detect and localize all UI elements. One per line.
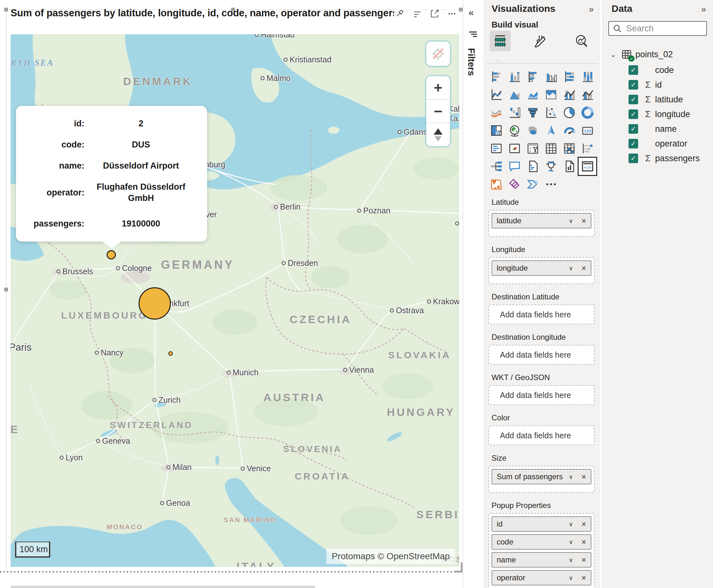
power-apps-icon[interactable] — [505, 175, 524, 193]
well-dropzone[interactable]: Add data fields here — [488, 425, 595, 445]
remove-field-icon[interactable]: × — [582, 519, 586, 529]
funnel-chart-icon[interactable] — [524, 104, 542, 122]
line-stacked-column-chart-icon[interactable] — [560, 86, 578, 104]
pin-icon[interactable] — [394, 8, 406, 20]
field-checkbox[interactable]: ✓ — [629, 153, 638, 163]
chevron-down-icon[interactable]: ∨ — [569, 539, 573, 545]
card-icon[interactable]: 123 — [578, 122, 596, 140]
slicer-icon[interactable] — [524, 140, 542, 158]
kpi-icon[interactable] — [505, 140, 524, 158]
clustered-bar-chart-icon[interactable] — [524, 68, 542, 86]
remove-field-icon[interactable]: × — [582, 537, 586, 547]
field-checkbox[interactable]: ✓ — [629, 124, 638, 134]
zoom-in-button[interactable]: + — [426, 76, 450, 99]
scatter-chart-icon[interactable] — [542, 104, 560, 122]
field-name[interactable]: longitude — [655, 109, 690, 119]
chevron-down-icon[interactable]: ⌄ — [610, 50, 616, 59]
waterfall-chart-icon[interactable] — [505, 104, 524, 122]
focus-mode-icon[interactable] — [428, 8, 441, 20]
field-name[interactable]: operator — [655, 139, 687, 149]
gauge-icon[interactable] — [560, 122, 578, 140]
more-visuals-icon[interactable] — [542, 175, 560, 193]
field-chip[interactable]: code∨× — [492, 534, 591, 550]
key-influencers-icon[interactable] — [578, 140, 596, 158]
field-name[interactable]: passengers — [655, 153, 700, 164]
collapse-data-icon[interactable]: » — [701, 4, 706, 15]
resize-handle[interactable] — [4, 8, 8, 12]
icon-map-icon[interactable] — [487, 175, 505, 193]
ribbon-chart-icon[interactable] — [487, 104, 505, 122]
chevron-down-icon[interactable]: ∨ — [569, 521, 573, 527]
metrics-icon[interactable] — [542, 158, 560, 175]
build-visual-tab[interactable] — [490, 31, 511, 51]
stacked-column-chart-icon[interactable] — [505, 68, 524, 86]
resize-handle[interactable] — [459, 8, 463, 12]
collapse-visualizations-icon[interactable]: » — [589, 4, 594, 15]
line-chart-icon[interactable] — [487, 86, 505, 104]
chevron-down-icon[interactable]: ∨ — [569, 217, 573, 224]
field-chip[interactable]: id∨× — [492, 516, 591, 532]
more-options-icon[interactable] — [446, 8, 458, 20]
treemap-icon[interactable] — [487, 122, 505, 140]
field-name[interactable]: id — [655, 80, 662, 90]
field-chip[interactable]: latitude∨× — [492, 213, 591, 228]
field-checkbox[interactable]: ✓ — [629, 65, 638, 75]
donut-chart-icon[interactable] — [578, 104, 596, 122]
filter-lines-icon[interactable] — [411, 8, 423, 20]
hundred-stacked-column-chart-icon[interactable] — [578, 68, 596, 86]
pitch-toggle-button[interactable] — [426, 123, 450, 146]
azure-map-icon[interactable] — [542, 122, 560, 140]
decomposition-tree-icon[interactable] — [487, 158, 505, 175]
field-row-id[interactable]: ✓Σid — [603, 78, 713, 92]
map-bubble[interactable] — [168, 351, 173, 356]
field-chip[interactable]: Sum of passengers∨× — [492, 469, 591, 484]
area-chart-icon[interactable] — [505, 86, 524, 104]
field-chip[interactable]: name∨× — [492, 552, 591, 568]
remove-field-icon[interactable]: × — [582, 555, 586, 565]
well-dropzone[interactable]: id∨×code∨×name∨×operator∨×passengers∨× — [488, 513, 595, 588]
table-icon[interactable] — [542, 140, 560, 158]
hundred-stacked-bar-chart-icon[interactable] — [560, 68, 578, 86]
paginated-report-icon[interactable] — [560, 158, 578, 175]
field-checkbox[interactable]: ✓ — [629, 95, 638, 104]
zoom-out-button[interactable]: − — [426, 99, 450, 123]
pie-chart-icon[interactable] — [560, 104, 578, 122]
remove-field-icon[interactable]: × — [582, 263, 586, 273]
map-bubble[interactable] — [106, 250, 116, 259]
field-checkbox[interactable]: ✓ — [629, 80, 638, 89]
field-row-longitude[interactable]: ✓Σlongitude — [603, 107, 713, 122]
map-visual[interactable]: NORTH SEADENMARKGERMANYLUXEMBOURGCZECHIA… — [11, 34, 459, 567]
field-chip[interactable]: longitude∨× — [492, 260, 591, 276]
table-name[interactable]: points_02 — [635, 49, 673, 60]
field-name[interactable]: name — [655, 124, 677, 134]
well-dropzone[interactable]: Sum of passengers∨× — [488, 466, 595, 493]
matrix-icon[interactable] — [560, 140, 578, 158]
field-checkbox[interactable]: ✓ — [629, 139, 638, 148]
remove-field-icon[interactable]: × — [582, 573, 586, 583]
resize-handle[interactable] — [4, 288, 8, 291]
geolocate-button[interactable] — [426, 42, 450, 66]
analytics-tab[interactable] — [571, 31, 592, 51]
well-dropzone[interactable]: Add data fields here — [488, 304, 595, 324]
remove-field-icon[interactable]: × — [582, 216, 586, 226]
chevron-down-icon[interactable]: ∨ — [569, 556, 573, 563]
well-dropzone[interactable]: Add data fields here — [488, 385, 595, 405]
filters-pane-title[interactable]: Filters — [466, 48, 476, 76]
field-row-operator[interactable]: ✓operator — [603, 136, 713, 151]
power-automate-icon[interactable] — [524, 175, 542, 193]
chevron-down-icon[interactable]: ∨ — [569, 473, 573, 480]
stacked-area-chart-icon[interactable] — [524, 86, 542, 104]
field-row-name[interactable]: ✓name — [603, 122, 713, 136]
remove-field-icon[interactable]: × — [582, 472, 586, 482]
well-dropzone[interactable]: Add data fields here — [488, 345, 595, 365]
field-chip[interactable]: operator∨× — [492, 570, 591, 585]
multi-row-card-icon[interactable] — [487, 140, 505, 158]
line-clustered-column-chart-icon[interactable] — [578, 86, 596, 104]
map-bubble[interactable] — [139, 287, 171, 320]
clustered-column-chart-icon[interactable] — [542, 68, 560, 86]
well-dropzone[interactable]: latitude∨× — [488, 210, 595, 237]
html-content-icon[interactable]: </> — [578, 158, 596, 175]
table-row-points_02[interactable]: ⌄ ✓ points_02 — [603, 46, 713, 63]
chevron-down-icon[interactable]: ∨ — [569, 574, 573, 581]
format-visual-tab[interactable] — [530, 31, 551, 51]
